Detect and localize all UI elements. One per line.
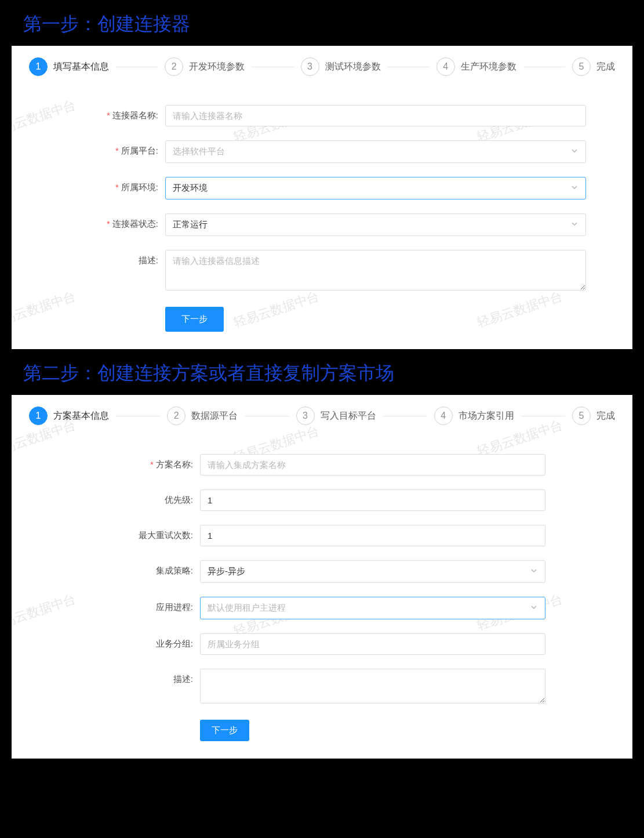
step-number: 5 [572, 57, 591, 76]
steps-bar: 1 方案基本信息 2 数据源平台 3 写入目标平台 4 市场方案引用 5 完成 [29, 407, 615, 425]
step-1[interactable]: 1 方案基本信息 [29, 407, 109, 425]
desc-textarea[interactable] [165, 250, 586, 291]
connector-form: 连接器名称: 所属平台: 选择软件平台 所属环境: 开发环境 连接器状态: 正常… [29, 105, 615, 332]
plan-form: 方案名称: 优先级: 最大重试次数: 集成策略: 异步-异步 应用进程: [29, 454, 615, 741]
connector-panel: 轻易云数据中台 轻易云数据中台 轻易云数据中台 轻易云数据中台 轻易云数据中台 … [12, 46, 632, 349]
step-label: 开发环境参数 [189, 61, 245, 73]
connector-name-label: 连接器名称: [81, 105, 165, 121]
step-number: 3 [296, 407, 315, 425]
step-label: 方案基本信息 [53, 410, 109, 422]
step-label: 生产环境参数 [461, 61, 516, 73]
step-label: 数据源平台 [191, 410, 238, 422]
step-label: 市场方案引用 [459, 410, 514, 422]
section1-title: 第一步：创建连接器 [0, 0, 644, 46]
platform-select[interactable]: 选择软件平台 [165, 140, 586, 163]
retry-input[interactable] [200, 525, 545, 546]
priority-label: 优先级: [116, 489, 200, 506]
step-5[interactable]: 5 完成 [572, 57, 615, 76]
next-button[interactable]: 下一步 [200, 720, 249, 741]
group-label: 业务分组: [116, 633, 200, 650]
step-divider [523, 67, 565, 67]
step-3[interactable]: 3 测试环境参数 [301, 57, 381, 76]
step-divider [252, 67, 293, 67]
desc-textarea[interactable] [200, 669, 545, 703]
step-2[interactable]: 2 数据源平台 [167, 407, 238, 425]
strategy-label: 集成策略: [116, 560, 200, 576]
status-label: 连接器状态: [81, 213, 165, 230]
process-label: 应用进程: [116, 597, 200, 613]
env-label: 所属环境: [81, 177, 165, 193]
step-number: 1 [29, 57, 48, 76]
retry-label: 最大重试次数: [116, 525, 200, 541]
env-select[interactable]: 开发环境 [165, 177, 586, 199]
connector-name-input[interactable] [165, 105, 586, 126]
step-3[interactable]: 3 写入目标平台 [296, 407, 376, 425]
step-number: 3 [301, 57, 319, 76]
priority-input[interactable] [200, 489, 545, 511]
step-label: 完成 [596, 410, 615, 422]
group-input[interactable] [200, 633, 545, 655]
platform-label: 所属平台: [81, 140, 165, 157]
desc-label: 描述: [116, 669, 200, 685]
step-divider [245, 416, 289, 416]
section2-title: 第二步：创建连接方案或者直接复制方案市场 [0, 349, 644, 395]
step-divider [383, 416, 427, 416]
next-button[interactable]: 下一步 [165, 307, 224, 332]
step-label: 测试环境参数 [325, 61, 381, 73]
step-number: 2 [167, 407, 185, 425]
plan-name-label: 方案名称: [116, 454, 200, 470]
step-1[interactable]: 1 填写基本信息 [29, 57, 109, 76]
step-label: 完成 [596, 61, 615, 73]
desc-label: 描述: [81, 250, 165, 266]
steps-bar: 1 填写基本信息 2 开发环境参数 3 测试环境参数 4 生产环境参数 5 完成 [29, 57, 615, 76]
step-4[interactable]: 4 市场方案引用 [434, 407, 514, 425]
status-select[interactable]: 正常运行 [165, 213, 586, 236]
step-number: 2 [165, 57, 183, 76]
step-number: 5 [572, 407, 591, 425]
step-number: 4 [436, 57, 455, 76]
process-select[interactable]: 默认使用租户主进程 [200, 597, 545, 619]
step-divider [116, 67, 158, 67]
step-divider [116, 416, 160, 416]
step-number: 4 [434, 407, 453, 425]
step-4[interactable]: 4 生产环境参数 [436, 57, 516, 76]
plan-panel: 轻易云数据中台 轻易云数据中台 轻易云数据中台 轻易云数据中台 轻易云数据中台 … [12, 395, 632, 759]
step-5[interactable]: 5 完成 [572, 407, 615, 425]
strategy-select[interactable]: 异步-异步 [200, 560, 545, 583]
step-label: 写入目标平台 [321, 410, 376, 422]
step-number: 1 [29, 407, 48, 425]
plan-name-input[interactable] [200, 454, 545, 476]
step-divider [388, 67, 430, 67]
step-divider [521, 416, 565, 416]
step-2[interactable]: 2 开发环境参数 [165, 57, 245, 76]
step-label: 填写基本信息 [53, 61, 109, 73]
